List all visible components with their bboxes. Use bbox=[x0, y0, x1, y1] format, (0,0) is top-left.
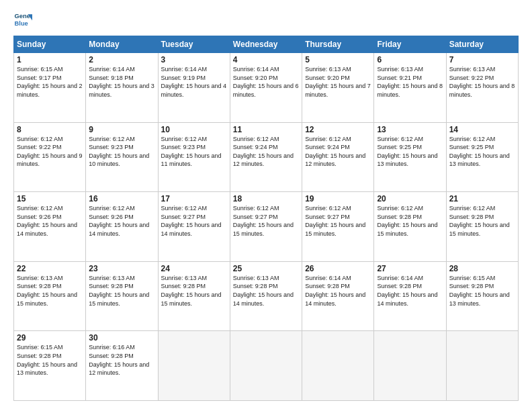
calendar-cell: 12Sunrise: 6:12 AMSunset: 9:24 PMDayligh… bbox=[302, 122, 374, 192]
day-number: 1 bbox=[17, 55, 83, 64]
day-number: 29 bbox=[17, 333, 83, 342]
day-number: 2 bbox=[89, 55, 154, 64]
week-row-5: 29Sunrise: 6:15 AMSunset: 9:28 PMDayligh… bbox=[14, 331, 519, 401]
header: General Blue bbox=[13, 10, 519, 29]
day-number: 21 bbox=[449, 194, 515, 203]
calendar-body: 1Sunrise: 6:15 AMSunset: 9:17 PMDaylight… bbox=[14, 53, 519, 401]
column-header-friday: Friday bbox=[374, 36, 446, 53]
day-number: 25 bbox=[233, 264, 299, 273]
day-info: Sunrise: 6:13 AMSunset: 9:28 PMDaylight:… bbox=[233, 274, 299, 308]
day-info: Sunrise: 6:14 AMSunset: 9:19 PMDaylight:… bbox=[161, 65, 227, 99]
day-number: 30 bbox=[89, 333, 154, 342]
day-number: 19 bbox=[305, 194, 371, 203]
day-number: 7 bbox=[449, 55, 515, 64]
day-number: 14 bbox=[449, 125, 515, 134]
day-info: Sunrise: 6:12 AMSunset: 9:26 PMDaylight:… bbox=[89, 204, 154, 238]
calendar-cell: 19Sunrise: 6:12 AMSunset: 9:27 PMDayligh… bbox=[302, 192, 374, 262]
column-header-saturday: Saturday bbox=[446, 36, 518, 53]
calendar-cell: 22Sunrise: 6:13 AMSunset: 9:28 PMDayligh… bbox=[14, 261, 86, 331]
calendar-cell: 25Sunrise: 6:13 AMSunset: 9:28 PMDayligh… bbox=[230, 261, 302, 331]
calendar-cell: 20Sunrise: 6:12 AMSunset: 9:28 PMDayligh… bbox=[374, 192, 446, 262]
day-info: Sunrise: 6:14 AMSunset: 9:28 PMDaylight:… bbox=[377, 274, 443, 308]
day-info: Sunrise: 6:12 AMSunset: 9:24 PMDaylight:… bbox=[305, 135, 371, 169]
week-row-1: 1Sunrise: 6:15 AMSunset: 9:17 PMDaylight… bbox=[14, 53, 519, 123]
day-info: Sunrise: 6:13 AMSunset: 9:28 PMDaylight:… bbox=[17, 274, 83, 308]
calendar-cell: 28Sunrise: 6:15 AMSunset: 9:28 PMDayligh… bbox=[446, 261, 518, 331]
day-info: Sunrise: 6:12 AMSunset: 9:25 PMDaylight:… bbox=[449, 135, 515, 169]
calendar-cell: 24Sunrise: 6:13 AMSunset: 9:28 PMDayligh… bbox=[158, 261, 230, 331]
calendar-cell: 2Sunrise: 6:14 AMSunset: 9:18 PMDaylight… bbox=[86, 53, 158, 123]
calendar-cell: 13Sunrise: 6:12 AMSunset: 9:25 PMDayligh… bbox=[374, 122, 446, 192]
calendar-cell: 15Sunrise: 6:12 AMSunset: 9:26 PMDayligh… bbox=[14, 192, 86, 262]
day-info: Sunrise: 6:14 AMSunset: 9:18 PMDaylight:… bbox=[89, 65, 154, 99]
day-info: Sunrise: 6:13 AMSunset: 9:22 PMDaylight:… bbox=[449, 65, 515, 99]
column-header-thursday: Thursday bbox=[302, 36, 374, 53]
column-header-wednesday: Wednesday bbox=[230, 36, 302, 53]
calendar-cell: 18Sunrise: 6:12 AMSunset: 9:27 PMDayligh… bbox=[230, 192, 302, 262]
day-info: Sunrise: 6:13 AMSunset: 9:20 PMDaylight:… bbox=[305, 65, 371, 99]
calendar-cell bbox=[158, 331, 230, 401]
calendar-cell bbox=[230, 331, 302, 401]
day-number: 12 bbox=[305, 125, 371, 134]
day-info: Sunrise: 6:16 AMSunset: 9:28 PMDaylight:… bbox=[89, 343, 154, 377]
calendar-cell: 23Sunrise: 6:13 AMSunset: 9:28 PMDayligh… bbox=[86, 261, 158, 331]
day-info: Sunrise: 6:13 AMSunset: 9:21 PMDaylight:… bbox=[377, 65, 443, 99]
day-info: Sunrise: 6:12 AMSunset: 9:22 PMDaylight:… bbox=[17, 135, 83, 169]
calendar-header-row: SundayMondayTuesdayWednesdayThursdayFrid… bbox=[14, 36, 519, 53]
week-row-2: 8Sunrise: 6:12 AMSunset: 9:22 PMDaylight… bbox=[14, 122, 519, 192]
day-info: Sunrise: 6:15 AMSunset: 9:28 PMDaylight:… bbox=[449, 274, 515, 308]
day-number: 28 bbox=[449, 264, 515, 273]
day-info: Sunrise: 6:12 AMSunset: 9:27 PMDaylight:… bbox=[233, 204, 299, 238]
calendar-cell: 17Sunrise: 6:12 AMSunset: 9:27 PMDayligh… bbox=[158, 192, 230, 262]
calendar-cell: 29Sunrise: 6:15 AMSunset: 9:28 PMDayligh… bbox=[14, 331, 86, 401]
day-number: 17 bbox=[161, 194, 227, 203]
day-info: Sunrise: 6:13 AMSunset: 9:28 PMDaylight:… bbox=[89, 274, 154, 308]
calendar-table: SundayMondayTuesdayWednesdayThursdayFrid… bbox=[13, 36, 519, 401]
day-number: 10 bbox=[161, 125, 227, 134]
day-info: Sunrise: 6:13 AMSunset: 9:28 PMDaylight:… bbox=[161, 274, 227, 308]
calendar-cell: 11Sunrise: 6:12 AMSunset: 9:24 PMDayligh… bbox=[230, 122, 302, 192]
calendar-cell: 26Sunrise: 6:14 AMSunset: 9:28 PMDayligh… bbox=[302, 261, 374, 331]
day-number: 9 bbox=[89, 125, 154, 134]
calendar-cell: 7Sunrise: 6:13 AMSunset: 9:22 PMDaylight… bbox=[446, 53, 518, 123]
calendar-cell: 16Sunrise: 6:12 AMSunset: 9:26 PMDayligh… bbox=[86, 192, 158, 262]
calendar-cell: 30Sunrise: 6:16 AMSunset: 9:28 PMDayligh… bbox=[86, 331, 158, 401]
calendar-cell: 4Sunrise: 6:14 AMSunset: 9:20 PMDaylight… bbox=[230, 53, 302, 123]
day-number: 6 bbox=[377, 55, 443, 64]
day-number: 8 bbox=[17, 125, 83, 134]
day-info: Sunrise: 6:15 AMSunset: 9:17 PMDaylight:… bbox=[17, 65, 83, 99]
week-row-3: 15Sunrise: 6:12 AMSunset: 9:26 PMDayligh… bbox=[14, 192, 519, 262]
day-info: Sunrise: 6:12 AMSunset: 9:28 PMDaylight:… bbox=[377, 204, 443, 238]
day-info: Sunrise: 6:12 AMSunset: 9:24 PMDaylight:… bbox=[233, 135, 299, 169]
day-number: 27 bbox=[377, 264, 443, 273]
day-number: 18 bbox=[233, 194, 299, 203]
calendar-cell: 6Sunrise: 6:13 AMSunset: 9:21 PMDaylight… bbox=[374, 53, 446, 123]
calendar-cell bbox=[374, 331, 446, 401]
day-info: Sunrise: 6:14 AMSunset: 9:28 PMDaylight:… bbox=[305, 274, 371, 308]
day-info: Sunrise: 6:12 AMSunset: 9:28 PMDaylight:… bbox=[449, 204, 515, 238]
day-info: Sunrise: 6:12 AMSunset: 9:27 PMDaylight:… bbox=[305, 204, 371, 238]
day-number: 24 bbox=[161, 264, 227, 273]
column-header-monday: Monday bbox=[86, 36, 158, 53]
day-info: Sunrise: 6:12 AMSunset: 9:23 PMDaylight:… bbox=[161, 135, 227, 169]
day-info: Sunrise: 6:12 AMSunset: 9:25 PMDaylight:… bbox=[377, 135, 443, 169]
day-number: 16 bbox=[89, 194, 154, 203]
day-number: 20 bbox=[377, 194, 443, 203]
calendar-cell: 21Sunrise: 6:12 AMSunset: 9:28 PMDayligh… bbox=[446, 192, 518, 262]
calendar-cell: 14Sunrise: 6:12 AMSunset: 9:25 PMDayligh… bbox=[446, 122, 518, 192]
logo: General Blue bbox=[13, 10, 32, 29]
calendar-cell: 10Sunrise: 6:12 AMSunset: 9:23 PMDayligh… bbox=[158, 122, 230, 192]
calendar-cell bbox=[446, 331, 518, 401]
column-header-sunday: Sunday bbox=[14, 36, 86, 53]
day-info: Sunrise: 6:12 AMSunset: 9:27 PMDaylight:… bbox=[161, 204, 227, 238]
logo-icon: General Blue bbox=[13, 10, 32, 29]
day-number: 23 bbox=[89, 264, 154, 273]
calendar-cell: 8Sunrise: 6:12 AMSunset: 9:22 PMDaylight… bbox=[14, 122, 86, 192]
calendar-page: General Blue SundayMondayTuesdayWednesda… bbox=[0, 0, 532, 411]
day-number: 3 bbox=[161, 55, 227, 64]
day-info: Sunrise: 6:12 AMSunset: 9:23 PMDaylight:… bbox=[89, 135, 154, 169]
calendar-cell: 1Sunrise: 6:15 AMSunset: 9:17 PMDaylight… bbox=[14, 53, 86, 123]
day-number: 26 bbox=[305, 264, 371, 273]
calendar-cell: 5Sunrise: 6:13 AMSunset: 9:20 PMDaylight… bbox=[302, 53, 374, 123]
calendar-cell bbox=[302, 331, 374, 401]
